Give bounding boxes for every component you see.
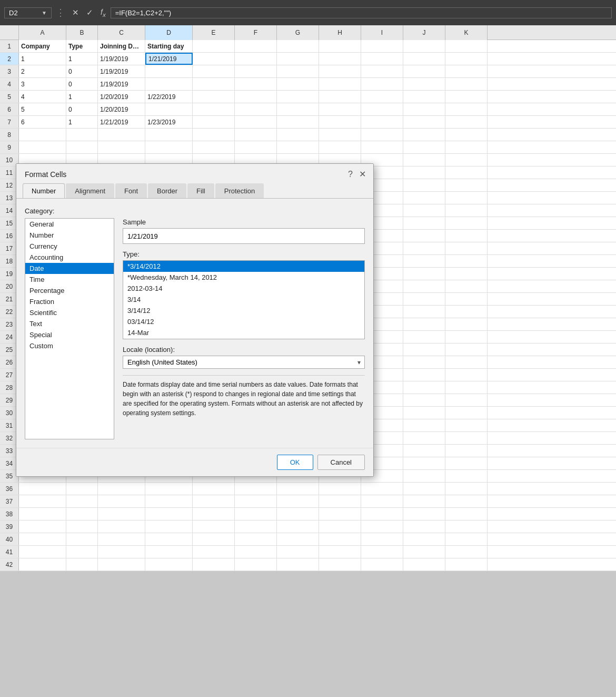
cell-h38[interactable] [319, 508, 361, 520]
cell-k9[interactable] [445, 141, 488, 153]
cell-g5[interactable] [277, 91, 319, 103]
cell-g6[interactable] [277, 103, 319, 115]
cell-k2[interactable] [445, 53, 488, 65]
cell-j10[interactable] [403, 154, 445, 166]
col-header-e[interactable]: E [193, 25, 235, 40]
cell-j27[interactable] [403, 369, 445, 381]
cell-d3[interactable] [145, 65, 193, 77]
cell-k13[interactable] [445, 192, 488, 204]
cell-f7[interactable] [235, 116, 277, 128]
cell-a42[interactable] [19, 558, 66, 571]
cell-k29[interactable] [445, 394, 488, 406]
cell-k3[interactable] [445, 65, 488, 77]
cell-g4[interactable] [277, 78, 319, 90]
cell-f37[interactable] [235, 495, 277, 507]
cell-i5[interactable] [361, 91, 403, 103]
cell-c1[interactable]: Joinning D… [98, 40, 145, 52]
cell-k7[interactable] [445, 116, 488, 128]
cell-k32[interactable] [445, 432, 488, 444]
cell-j38[interactable] [403, 508, 445, 520]
cell-c42[interactable] [98, 558, 145, 571]
cell-k26[interactable] [445, 356, 488, 368]
cell-b36[interactable] [66, 483, 98, 495]
cell-f6[interactable] [235, 103, 277, 115]
cell-d6[interactable] [145, 103, 193, 115]
cell-ref-dropdown-icon[interactable]: ▼ [42, 10, 47, 16]
row-header-6[interactable]: 6 [0, 103, 19, 115]
cell-k22[interactable] [445, 306, 488, 318]
cell-k17[interactable] [445, 242, 488, 254]
insert-function-icon[interactable]: fx [98, 7, 108, 19]
cell-f8[interactable] [235, 129, 277, 141]
type-item-5[interactable]: 03/14/12 [123, 316, 364, 327]
category-accounting[interactable]: Accounting [25, 252, 114, 263]
cell-e6[interactable] [193, 103, 235, 115]
cell-j23[interactable] [403, 318, 445, 330]
cell-e39[interactable] [193, 521, 235, 533]
cell-j34[interactable] [403, 457, 445, 469]
cell-a40[interactable] [19, 533, 66, 545]
cell-g42[interactable] [277, 558, 319, 571]
cell-b5[interactable]: 1 [66, 91, 98, 103]
cell-a4[interactable]: 3 [19, 78, 66, 90]
cell-j28[interactable] [403, 381, 445, 394]
cell-e7[interactable] [193, 116, 235, 128]
cell-g40[interactable] [277, 533, 319, 545]
cell-c9[interactable] [98, 141, 145, 153]
row-header-8[interactable]: 8 [0, 129, 19, 141]
cell-e37[interactable] [193, 495, 235, 507]
cell-j15[interactable] [403, 217, 445, 229]
tab-protection[interactable]: Protection [215, 183, 264, 198]
cell-d1[interactable]: Starting day [145, 40, 193, 52]
cell-g37[interactable] [277, 495, 319, 507]
cell-j26[interactable] [403, 356, 445, 368]
cell-b41[interactable] [66, 546, 98, 558]
cell-f3[interactable] [235, 65, 277, 77]
cell-h2[interactable] [319, 53, 361, 65]
category-special[interactable]: Special [25, 329, 114, 340]
cell-c36[interactable] [98, 483, 145, 495]
cell-j18[interactable] [403, 255, 445, 267]
cell-d5[interactable]: 1/22/2019 [145, 91, 193, 103]
cell-g41[interactable] [277, 546, 319, 558]
cell-k24[interactable] [445, 331, 488, 343]
row-header-1[interactable]: 1 [0, 40, 19, 52]
cell-d36[interactable] [145, 483, 193, 495]
cell-i8[interactable] [361, 129, 403, 141]
cell-j29[interactable] [403, 394, 445, 406]
cell-j24[interactable] [403, 331, 445, 343]
cell-h4[interactable] [319, 78, 361, 90]
cell-i2[interactable] [361, 53, 403, 65]
cell-j22[interactable] [403, 306, 445, 318]
cell-k34[interactable] [445, 457, 488, 469]
cell-k14[interactable] [445, 204, 488, 217]
cell-b37[interactable] [66, 495, 98, 507]
category-percentage[interactable]: Percentage [25, 285, 114, 296]
category-currency[interactable]: Currency [25, 241, 114, 252]
cell-c41[interactable] [98, 546, 145, 558]
cell-c3[interactable]: 1/19/2019 [98, 65, 145, 77]
cell-k39[interactable] [445, 521, 488, 533]
cell-g2[interactable] [277, 53, 319, 65]
col-header-c[interactable]: C [98, 25, 145, 40]
cell-a38[interactable] [19, 508, 66, 520]
cell-d41[interactable] [145, 546, 193, 558]
type-item-1[interactable]: *Wednesday, March 14, 2012 [123, 272, 364, 283]
row-header-3[interactable]: 3 [0, 65, 19, 77]
cell-c40[interactable] [98, 533, 145, 545]
cell-h37[interactable] [319, 495, 361, 507]
cell-d4[interactable] [145, 78, 193, 90]
cell-k33[interactable] [445, 445, 488, 457]
cell-j25[interactable] [403, 343, 445, 356]
cell-d42[interactable] [145, 558, 193, 571]
cell-k15[interactable] [445, 217, 488, 229]
cell-h7[interactable] [319, 116, 361, 128]
cell-i39[interactable] [361, 521, 403, 533]
cell-g7[interactable] [277, 116, 319, 128]
cell-j19[interactable] [403, 268, 445, 280]
row-header-5[interactable]: 5 [0, 91, 19, 103]
cell-d7[interactable]: 1/23/2019 [145, 116, 193, 128]
row-header-42[interactable]: 42 [0, 558, 19, 571]
cell-g3[interactable] [277, 65, 319, 77]
col-header-k[interactable]: K [445, 25, 488, 40]
